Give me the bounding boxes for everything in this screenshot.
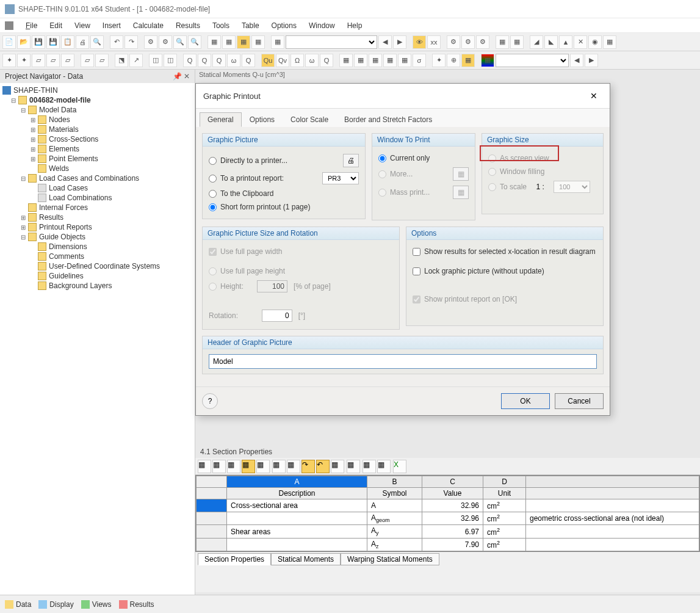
open-icon[interactable]: 📂 [17,35,31,49]
ok-button[interactable]: OK [501,393,550,409]
tool-icon[interactable]: ▱ [61,54,74,67]
status-tab-data[interactable]: Data [5,600,31,609]
tree-comments[interactable]: Comments [0,252,195,261]
tool-icon[interactable]: ⚙ [159,35,172,49]
report-select[interactable]: PR3 [322,172,359,184]
help-button[interactable]: ? [202,393,218,409]
tool-icon[interactable]: ◫ [149,54,162,67]
tool-icon[interactable]: Qu [261,54,275,67]
tree-printout-reports[interactable]: ⊞Printout Reports [0,222,195,232]
tab-border[interactable]: Border and Stretch Factors [336,112,440,127]
tool-icon[interactable]: Q [212,54,226,67]
tb-icon[interactable]: ▦ [227,460,240,473]
close-button[interactable]: ✕ [585,89,602,103]
status-tab-views[interactable]: Views [81,600,112,609]
tool-icon[interactable]: ▦ [481,54,494,67]
tool-icon[interactable]: ▦ [369,54,382,67]
nav-left-icon[interactable]: ◀ [570,54,583,67]
tool-icon[interactable]: ▦ [461,54,475,67]
tree-guide-objects[interactable]: ⊟Guide Objects [0,232,195,242]
print-icon[interactable]: 🖨 [76,35,89,49]
tool-icon[interactable]: Qv [276,54,289,67]
tool-icon[interactable]: ▱ [46,54,60,67]
col-extra[interactable] [526,476,699,488]
tree-results[interactable]: ⊞Results [0,212,195,222]
tool-icon[interactable]: ⚙ [461,35,475,49]
tb-icon[interactable]: ▦ [212,460,226,473]
printer-settings-button[interactable]: 🖨 [343,154,359,167]
tool-icon[interactable]: xx [427,35,441,49]
menu-window[interactable]: Window [304,20,340,31]
tool-icon[interactable]: ↗ [129,54,143,67]
tool-icon[interactable]: ⚙ [447,35,460,49]
col-b[interactable]: B [367,476,422,488]
copy-icon[interactable]: 📋 [61,35,74,49]
tool-icon[interactable]: ▦ [271,35,284,49]
tab-options[interactable]: Options [242,112,283,127]
tb-icon[interactable]: ↶ [316,460,330,473]
tool-icon[interactable]: ▦ [603,35,616,49]
tb-icon[interactable]: ▦ [198,460,211,473]
radio-current-only[interactable] [378,154,386,162]
menu-help[interactable]: Help [342,20,367,31]
tree-point-elements[interactable]: ⊞Point Elements [0,154,195,164]
cancel-button[interactable]: Cancel [555,393,604,409]
menu-edit[interactable]: Edit [45,20,67,31]
tool-icon[interactable]: ⬔ [115,54,128,67]
radio-short-form[interactable] [209,203,217,211]
tree-materials[interactable]: ⊞Materials [0,125,195,134]
tb-icon[interactable]: ▦ [331,460,344,473]
tree-cross-sections[interactable]: ⊞Cross-Sections [0,134,195,144]
tree-background-layers[interactable]: Background Layers [0,281,195,291]
tool-icon[interactable]: Ω [290,54,304,67]
tree-load-cases-comb[interactable]: ⊟Load Cases and Combinations [0,173,195,183]
tool-icon[interactable]: ◉ [588,35,602,49]
tool-icon[interactable]: ▦ [251,35,265,49]
tool-icon[interactable]: ▦ [339,54,353,67]
save-all-icon[interactable]: 💾 [46,35,60,49]
status-tab-results[interactable]: Results [119,600,154,609]
status-tab-display[interactable]: Display [38,600,73,609]
nav-left-icon[interactable]: ◀ [378,35,392,49]
menu-calculate[interactable]: Calculate [128,20,168,31]
tool-icon[interactable]: ▦ [207,35,221,49]
tb-icon[interactable]: ▦ [363,460,376,473]
table-row[interactable]: Shear areas Ay 6.97 cm2 [197,525,699,538]
tree-welds[interactable]: Welds [0,164,195,173]
tool-icon[interactable]: 👁 [413,35,426,49]
tb-icon[interactable]: ▦ [256,460,270,473]
tool-icon[interactable]: ▦ [354,54,367,67]
section-properties-grid[interactable]: A B C D Description Symbol Value Unit Cr… [195,475,700,552]
tb-icon[interactable]: ▦ [287,460,300,473]
radio-clipboard[interactable] [209,190,217,198]
rotation-input[interactable] [262,310,292,322]
tb-icon[interactable]: ▦ [377,460,391,473]
menu-insert[interactable]: Insert [98,20,126,31]
tree-model-data[interactable]: ⊟Model Data [0,105,195,115]
pin-icon[interactable]: 📌 ✕ [173,72,190,81]
tree-internal-forces[interactable]: Internal Forces [0,203,195,212]
tool-icon[interactable]: 🔍 [188,35,201,49]
menu-tools[interactable]: Tools [207,20,234,31]
tree-dimensions[interactable]: Dimensions [0,242,195,252]
tool-icon[interactable]: ✦ [17,54,31,67]
tree-model[interactable]: ⊟004682-model-file [0,95,195,105]
excel-icon[interactable]: X [393,460,406,473]
tool-icon[interactable]: ▦ [237,35,250,49]
tab-general[interactable]: General [200,112,242,127]
tool-icon[interactable]: Q [320,54,333,67]
tb-icon[interactable]: ▦ [272,460,286,473]
tree-user-coord[interactable]: User-Defined Coordinate Systems [0,261,195,271]
tab-warping-statical[interactable]: Warping Statical Moments [341,553,439,565]
table-row[interactable]: Cross-sectional area A 32.96 cm2 [197,499,699,512]
tool-icon[interactable]: ⚙ [144,35,157,49]
check-show-results[interactable] [413,248,420,256]
tb-icon[interactable]: ▦ [347,460,360,473]
tree-nodes[interactable]: ⊞Nodes [0,115,195,125]
redo-icon[interactable]: ↷ [124,35,138,49]
tab-color-scale[interactable]: Color Scale [283,112,336,127]
menu-results[interactable]: Results [171,20,205,31]
tool-icon[interactable]: Q [198,54,211,67]
tree-elements[interactable]: ⊞Elements [0,144,195,154]
check-lock-picture[interactable] [413,267,420,275]
